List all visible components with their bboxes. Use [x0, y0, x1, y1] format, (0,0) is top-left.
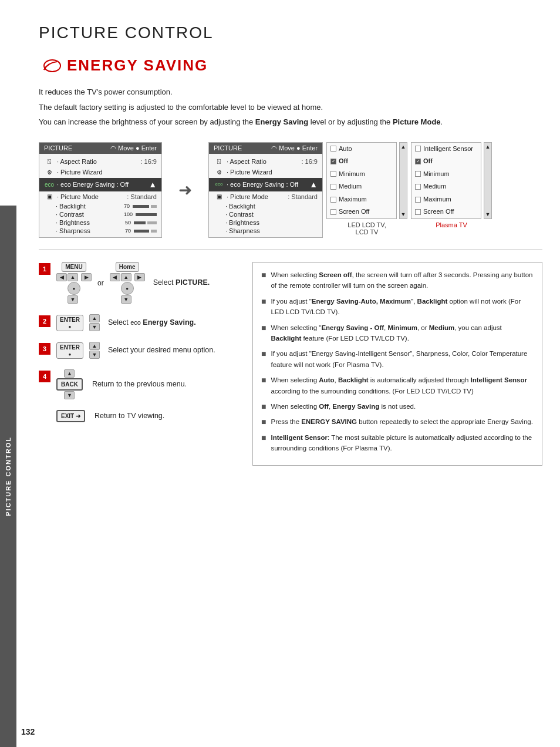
menu-down-arrow[interactable]: ▼ [68, 295, 78, 304]
left-menu-body: ⍂ · Aspect Ratio : 16:9 ⚙ · Picture Wiza… [39, 154, 161, 238]
energy-icon [39, 58, 62, 74]
side-label: PICTURE CONTROL [0, 206, 16, 747]
eco-icon-left: eco [44, 180, 55, 189]
exit-button[interactable]: EXIT ➜ [56, 410, 85, 422]
desc-line-1: It reduces the TV's power consumption. [39, 86, 542, 98]
right-sub-brightness: · Brightness [209, 218, 322, 227]
plasma-minimum-checkbox [415, 171, 421, 177]
enter3-button[interactable]: ENTER● [56, 342, 83, 359]
minimum-checkbox [330, 171, 336, 177]
step-1-controls: MENU ◀ ▲ ● ▼ ▶ or [56, 262, 210, 304]
note-5-bullet: ■ [261, 375, 266, 396]
back-button[interactable]: BACK [56, 378, 83, 391]
sharpness-bar [134, 230, 149, 233]
note-8: ■ Intelligent Sensor: The most suitable … [261, 432, 534, 454]
page-number: 132 [21, 727, 35, 736]
step2-up-arrow[interactable]: ▲ [89, 314, 100, 322]
notes-column: ■ When selecting Screen off, the screen … [252, 262, 542, 466]
plasma-label: Plasma TV [411, 221, 492, 228]
menu-up-arrow[interactable]: ▲ [68, 273, 78, 281]
right-tv-menu: PICTURE ◠ Move ● Enter ⍂ · Aspect Ratio … [208, 142, 323, 238]
step-4-desc: Return to the previous menu. [92, 379, 187, 390]
home-down-arrow[interactable]: ▼ [121, 295, 131, 304]
led-submenu-group: Auto ✓ Off Minimum [326, 142, 407, 236]
step-3-content: ENTER● ▲ ▼ Select your desired menu opti… [56, 342, 215, 359]
maximum-checkbox [330, 197, 336, 203]
step-2-controls: ENTER● ▲ ▼ Select eco Energy Saving. [56, 314, 196, 331]
note-1: ■ When selecting Screen off, the screen … [261, 270, 534, 291]
scroll-arrow-left: ▲ [149, 179, 157, 191]
menu-left-arrow[interactable]: ◀ [56, 273, 67, 281]
note-4: ■ If you adjust "Energy Saving-Intellige… [261, 348, 534, 370]
step-4-number: 4 [39, 371, 50, 382]
backlight-bar [133, 205, 149, 208]
note-5: ■ When selecting Auto, Backlight is auto… [261, 375, 534, 396]
left-row-aspect: ⍂ · Aspect Ratio : 16:9 [39, 156, 161, 167]
plasma-maximum-checkbox [415, 197, 421, 203]
left-row-energy: eco · eco Energy Saving : Off ▲ [39, 178, 161, 191]
plasma-item-minimum: Minimum [411, 168, 481, 181]
step3-down-arrow[interactable]: ▼ [89, 351, 100, 359]
home-right-arrow[interactable]: ▶ [134, 273, 145, 281]
right-diagram: PICTURE ◠ Move ● Enter ⍂ · Aspect Ratio … [208, 142, 492, 238]
right-menu-body: ⍂ · Aspect Ratio : 16:9 ⚙ · Picture Wiza… [209, 154, 322, 238]
plasma-screenoff-checkbox [415, 209, 421, 215]
left-menu-controls: ◠ Move ● Enter [110, 144, 157, 152]
step-3-desc: Select your desired menu option. [108, 345, 215, 356]
plasma-item-intellisensor: Intelligent Sensor [411, 143, 481, 156]
plasma-submenu-group: Intelligent Sensor ✓ Off Minimum [411, 142, 492, 229]
right-menu-controls: ◠ Move ● Enter [271, 144, 318, 152]
home-vert-arrows: ▲ ● ▼ [121, 273, 134, 304]
diagram-area: PICTURE ◠ Move ● Enter ⍂ · Aspect Ratio … [39, 142, 542, 238]
home-left-arrow[interactable]: ◀ [110, 273, 120, 281]
left-menu-header: PICTURE ◠ Move ● Enter [39, 143, 161, 154]
step2-down-arrow[interactable]: ▼ [89, 323, 100, 331]
desc-line-3: You can increase the brightness of your … [39, 116, 542, 128]
note-6-text: When selecting Off, Energy Saving is not… [271, 401, 416, 412]
right-sub-contrast: · Contrast [209, 210, 322, 218]
page-title: PICTURE CONTROL [39, 23, 542, 42]
note-7: ■ Press the ENERGY SAVING button repeate… [261, 416, 534, 427]
right-sub-sharpness: · Sharpness [209, 227, 322, 235]
step-3: 3 ENTER● ▲ ▼ Select your desired menu op… [39, 342, 238, 359]
menu-right-arrow[interactable]: ▶ [81, 273, 92, 281]
step-3-number: 3 [39, 343, 50, 355]
wizard-icon-r: ⚙ [214, 168, 224, 176]
enter2-button[interactable]: ENTER● [56, 315, 83, 331]
led-item-auto: Auto [327, 143, 396, 156]
home-up-arrow[interactable]: ▲ [121, 273, 131, 281]
led-item-minimum: Minimum [327, 168, 396, 181]
note-2-bullet: ■ [261, 296, 266, 318]
step-5: EXIT ➜ Return to TV viewing. [39, 410, 238, 422]
step-5-content: EXIT ➜ Return to TV viewing. [56, 410, 164, 422]
step3-up-arrow[interactable]: ▲ [89, 342, 100, 350]
home-enter-btn[interactable]: ● [121, 282, 134, 295]
right-sub-backlight: · Backlight [209, 202, 322, 210]
side-label-text: PICTURE CONTROL [5, 436, 12, 516]
note-1-text: When selecting Screen off, the screen wi… [271, 270, 534, 291]
back-down-arrow[interactable]: ▼ [64, 391, 75, 399]
back-up-arrow[interactable]: ▲ [64, 369, 75, 378]
scroll-arrow-right: ▲ [309, 179, 318, 191]
led-submenu-row: Auto ✓ Off Minimum [326, 142, 407, 220]
note-8-text: Intelligent Sensor: The most suitable pi… [271, 432, 534, 454]
enter3-btn-group: ENTER● [56, 342, 83, 359]
plasma-submenu: Intelligent Sensor ✓ Off Minimum [411, 142, 481, 220]
aspect-icon: ⍂ [44, 157, 55, 166]
off-checkbox: ✓ [330, 159, 336, 164]
home-button[interactable]: Home [116, 262, 139, 272]
menu-arrow-row: ◀ ▲ ● ▼ ▶ [56, 273, 92, 304]
right-row-aspect: ⍂ · Aspect Ratio : 16:9 [209, 156, 322, 167]
step-5-controls: EXIT ➜ Return to TV viewing. [56, 410, 164, 422]
note-8-bullet: ■ [261, 432, 266, 454]
left-row-picture: ▣ · Picture Mode : Standard [39, 191, 161, 203]
note-6: ■ When selecting Off, Energy Saving is n… [261, 401, 534, 412]
steps-notes-area: 1 MENU ◀ ▲ ● ▼ [39, 262, 542, 466]
note-7-text: Press the ENERGY SAVING button repeatedl… [271, 416, 532, 427]
plasma-off-checkbox: ✓ [415, 159, 421, 164]
menu-button[interactable]: MENU [62, 262, 86, 272]
medium-checkbox [330, 184, 336, 190]
menu-enter-btn[interactable]: ● [68, 282, 80, 295]
back-btn-group: ▲ BACK ▼ [56, 369, 83, 399]
led-item-screenoff: Screen Off [327, 206, 396, 218]
